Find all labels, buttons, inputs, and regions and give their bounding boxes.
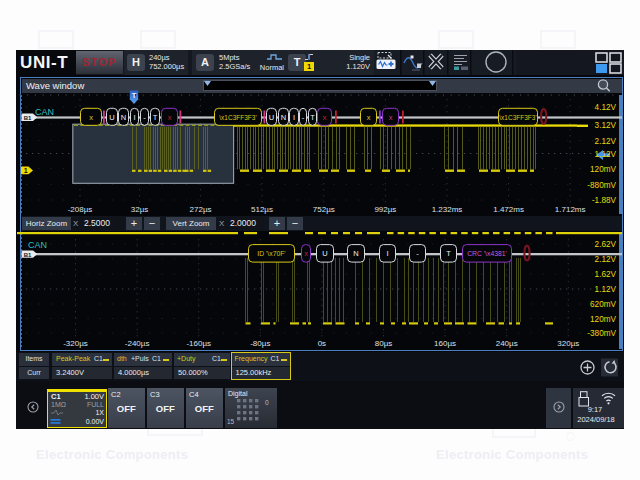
svg-text:80µs: 80µs xyxy=(375,339,393,348)
svg-text:2.62V: 2.62V xyxy=(595,240,617,249)
svg-text:ID '\x70F': ID '\x70F' xyxy=(257,250,285,257)
svg-text:CAN: CAN xyxy=(28,240,47,250)
svg-text:N: N xyxy=(121,113,126,122)
svg-text:1: 1 xyxy=(24,167,28,174)
svg-text:1.12V: 1.12V xyxy=(595,150,617,159)
svg-text:x: x xyxy=(89,113,93,122)
svg-text:\x1C3FF3F3': \x1C3FF3F3' xyxy=(219,114,256,121)
svg-text:240µs: 240µs xyxy=(496,339,518,348)
svg-text:-880mV: -880mV xyxy=(587,181,616,190)
svg-text:I: I xyxy=(386,249,388,258)
svg-text:1.712ms: 1.712ms xyxy=(555,205,586,214)
svg-text:\x1C3FF3F3': \x1C3FF3F3' xyxy=(499,114,536,121)
svg-text:x: x xyxy=(304,249,308,258)
svg-text:1.12V: 1.12V xyxy=(595,285,617,294)
svg-text:1.232ms: 1.232ms xyxy=(432,205,463,214)
svg-text:272µs: 272µs xyxy=(190,205,212,214)
svg-text:-160µs: -160µs xyxy=(186,339,211,348)
svg-text:U: U xyxy=(322,249,327,258)
svg-text:x: x xyxy=(389,113,393,122)
svg-text:-240µs: -240µs xyxy=(125,339,150,348)
svg-text:T: T xyxy=(446,249,451,258)
svg-text:B1: B1 xyxy=(24,115,32,121)
svg-text:620mV: 620mV xyxy=(590,300,616,309)
svg-text:2.12V: 2.12V xyxy=(595,255,617,264)
svg-text:1.62V: 1.62V xyxy=(595,270,617,279)
svg-text:320µs: 320µs xyxy=(557,339,579,348)
svg-text:1.472ms: 1.472ms xyxy=(493,205,524,214)
svg-text:3.12V: 3.12V xyxy=(595,121,617,130)
svg-text:120mV: 120mV xyxy=(590,165,616,174)
svg-text:120mV: 120mV xyxy=(590,315,616,324)
svg-text:x: x xyxy=(367,113,371,122)
svg-text:-1.88V: -1.88V xyxy=(592,196,617,205)
svg-text:B1: B1 xyxy=(24,252,32,258)
svg-text:T: T xyxy=(153,113,158,122)
svg-text:-80µs: -80µs xyxy=(250,339,270,348)
svg-text:512µs: 512µs xyxy=(251,205,273,214)
svg-text:CAN: CAN xyxy=(35,107,54,117)
svg-text:32µs: 32µs xyxy=(131,205,149,214)
svg-text:N: N xyxy=(281,113,286,122)
svg-text:4.12V: 4.12V xyxy=(595,103,617,112)
svg-text:0s: 0s xyxy=(318,339,326,348)
svg-text:I: I xyxy=(293,113,295,122)
svg-text:-208µs: -208µs xyxy=(68,205,93,214)
svg-text:T: T xyxy=(310,113,315,122)
svg-text:N: N xyxy=(353,249,358,258)
svg-text:752µs: 752µs xyxy=(313,205,335,214)
svg-text:2.12V: 2.12V xyxy=(595,137,617,146)
svg-text:I: I xyxy=(133,113,135,122)
svg-text:-380mV: -380mV xyxy=(587,329,616,338)
svg-text:CRC '\x4381': CRC '\x4381' xyxy=(467,250,507,257)
svg-text:x: x xyxy=(323,113,327,122)
svg-text:-320µs: -320µs xyxy=(63,339,88,348)
svg-text:x: x xyxy=(168,113,172,122)
svg-text:160µs: 160µs xyxy=(434,339,456,348)
svg-text:U: U xyxy=(109,113,114,122)
svg-text:992µs: 992µs xyxy=(374,205,396,214)
svg-text:U: U xyxy=(269,113,274,122)
